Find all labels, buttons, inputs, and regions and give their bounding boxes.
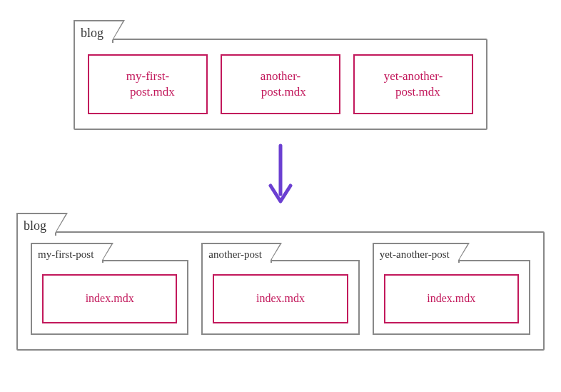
folder-tab: blog — [16, 213, 56, 236]
subfolder-label: another-post — [208, 248, 262, 261]
file-card: another- post.mdx — [221, 54, 340, 114]
top-blog-folder: blog my-first- post.mdx another- post.md… — [74, 39, 487, 130]
bottom-blog-folder: blog my-first-post index.mdx another-pos… — [16, 231, 545, 351]
file-card: index.mdx — [384, 274, 519, 323]
folder-label: blog — [81, 26, 103, 41]
file-card: index.mdx — [42, 274, 177, 323]
file-card: index.mdx — [213, 274, 348, 323]
subfolder-label: yet-another-post — [380, 248, 450, 261]
folder-tab: yet-another-post — [373, 243, 460, 263]
subfolder: another-post index.mdx — [201, 260, 359, 335]
folder-tab: another-post — [201, 243, 272, 263]
arrow-down-icon — [266, 143, 295, 207]
file-card: my-first- post.mdx — [88, 54, 208, 114]
file-card: yet-another- post.mdx — [353, 54, 473, 114]
subfolder: yet-another-post index.mdx — [373, 260, 530, 335]
transform-arrow — [14, 143, 547, 207]
folder-tab: my-first-post — [31, 243, 103, 263]
folder-label: blog — [24, 218, 46, 233]
subfolder: my-first-post index.mdx — [31, 260, 188, 335]
folder-tab: blog — [74, 20, 113, 43]
subfolder-label: my-first-post — [38, 248, 94, 261]
